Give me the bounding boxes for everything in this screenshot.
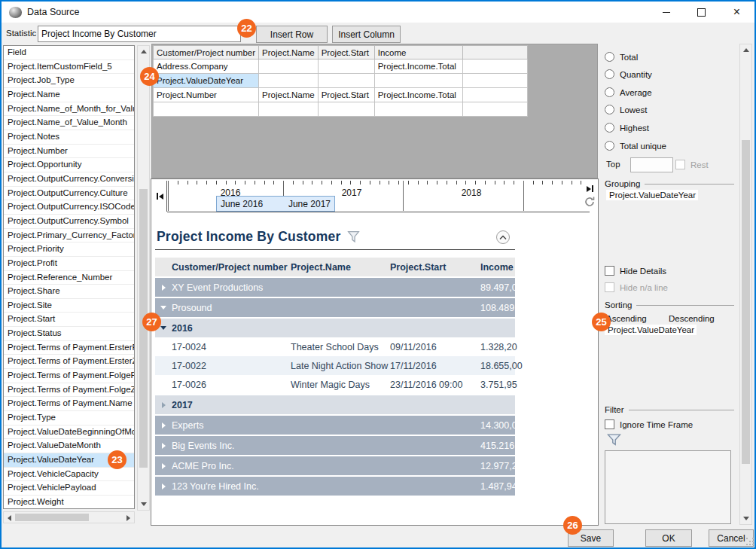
timeline-start-button[interactable] <box>153 181 167 212</box>
field-list-item[interactable]: Project.Reference_Number <box>4 271 134 285</box>
layout-cell[interactable] <box>318 59 374 74</box>
filter-funnel-button[interactable] <box>607 434 621 447</box>
field-list-item[interactable]: Project.Terms of Payment.Name <box>4 397 134 411</box>
ignore-time-frame-checkbox[interactable] <box>605 419 614 429</box>
layout-cell[interactable] <box>462 102 527 117</box>
descending-label[interactable]: Descending <box>669 314 715 323</box>
layout-cell[interactable] <box>462 74 527 88</box>
preview-row-company[interactable]: 123 You're Hired Inc.1.487,94 <box>155 477 515 496</box>
layout-cell[interactable]: Project.ValueDateYear <box>154 74 259 88</box>
sorting-item[interactable]: Project.ValueDateYear <box>605 325 697 335</box>
hide-details-checkbox[interactable] <box>605 266 614 276</box>
field-list-item[interactable]: Project.Number <box>4 145 134 159</box>
preview-col-name[interactable]: Project.Name <box>291 262 390 273</box>
close-button[interactable]: × <box>719 2 754 23</box>
field-list-item[interactable]: Project.Notes <box>4 130 134 145</box>
collapse-arrow-icon[interactable] <box>155 306 172 310</box>
refresh-button[interactable] <box>584 197 595 209</box>
expand-arrow-icon[interactable] <box>155 463 172 469</box>
radio-button[interactable] <box>605 52 614 62</box>
ok-button[interactable]: OK <box>645 529 692 547</box>
timeline-range-selector[interactable]: June 2016 June 2017 <box>216 196 335 212</box>
radio-button[interactable] <box>605 69 614 79</box>
expand-arrow-icon[interactable] <box>155 443 172 449</box>
preview-col-start[interactable]: Project.Start <box>390 262 480 273</box>
field-list-item[interactable]: Project.ValueDateBeginningOfMonth <box>4 425 134 440</box>
field-list-item[interactable]: Project.OutputCurrency.Culture <box>4 187 134 201</box>
layout-cell[interactable]: Project.Income.Total <box>374 59 462 74</box>
right-panel-scrollbar[interactable] <box>739 44 752 525</box>
top-input[interactable] <box>630 157 673 172</box>
expand-arrow-icon[interactable] <box>155 402 172 408</box>
field-list-item[interactable]: Project.Name <box>4 88 134 102</box>
filter-funnel-icon[interactable] <box>347 230 360 243</box>
layout-column-header[interactable] <box>462 46 527 59</box>
ascending-label[interactable]: Ascending <box>606 314 669 323</box>
layout-cell[interactable] <box>259 102 319 117</box>
field-list-item[interactable]: Project.Primary_Currency_Factor <box>4 229 134 243</box>
rest-checkbox[interactable] <box>675 160 685 169</box>
preview-row-year[interactable]: 2016 <box>155 319 515 337</box>
radio-button[interactable] <box>605 87 614 97</box>
maximize-button[interactable] <box>684 2 719 23</box>
field-list-horizontal-scrollbar[interactable] <box>3 511 135 523</box>
layout-cell[interactable]: Project.Name <box>259 88 319 102</box>
field-list-item[interactable]: Project.Terms of Payment.ErsterPr <box>4 341 134 355</box>
preview-col-customer[interactable]: Customer/Project number <box>172 262 291 273</box>
scroll-up-icon[interactable] <box>138 46 149 57</box>
insert-column-button[interactable]: Insert Column <box>332 26 401 43</box>
field-list-item[interactable]: Project.Opportunity <box>4 158 134 172</box>
insert-row-button[interactable]: Insert Row <box>256 26 328 43</box>
scrollbar-thumb[interactable] <box>742 140 750 464</box>
scrollbar-thumb[interactable] <box>15 514 89 521</box>
field-list-item[interactable]: Project.Type <box>4 411 134 425</box>
statistic-input[interactable] <box>38 26 241 42</box>
layout-column-header[interactable]: Project.Name <box>259 46 319 59</box>
preview-row-company[interactable]: ACME Pro Inc.12.977,20 <box>155 456 515 475</box>
scroll-right-icon[interactable] <box>123 512 134 523</box>
resize-grip[interactable] <box>746 538 755 547</box>
field-list-item[interactable]: Project.Priority <box>4 242 134 257</box>
field-list-item[interactable]: Project.ItemCustomField_5 <box>4 60 134 75</box>
filter-list-box[interactable] <box>605 450 731 524</box>
layout-cell[interactable] <box>154 102 259 117</box>
layout-cell[interactable]: Address.Company <box>154 59 259 74</box>
expand-arrow-icon[interactable] <box>155 483 172 490</box>
field-list-item[interactable]: Project.Job_Type <box>4 74 134 88</box>
field-list-item[interactable]: Project.Terms of Payment.FolgePr <box>4 369 134 383</box>
preview-row-detail[interactable]: 17-0026Winter Magic Days23/11/2016 09:00… <box>155 375 515 394</box>
layout-column-header[interactable]: Project.Start <box>318 46 374 59</box>
scroll-down-icon[interactable] <box>740 513 751 524</box>
layout-cell[interactable]: Project.Start <box>318 88 374 102</box>
preview-row-company[interactable]: XY Event Productions89.497,00 <box>155 278 515 297</box>
layout-cell[interactable] <box>462 59 527 74</box>
layout-cell[interactable] <box>374 74 462 88</box>
preview-row-year[interactable]: 2017 <box>155 395 515 414</box>
field-list-item[interactable]: Project.Name_of_Month_for_Value <box>4 102 134 117</box>
radio-button[interactable] <box>605 141 614 151</box>
radio-button[interactable] <box>605 105 614 114</box>
expand-arrow-icon[interactable] <box>155 422 172 429</box>
layout-cell[interactable] <box>259 74 319 88</box>
preview-row-company[interactable]: Experts14.300,00 <box>155 416 515 435</box>
layout-cell[interactable] <box>318 102 374 117</box>
field-list-item[interactable]: Project.Status <box>4 327 134 341</box>
layout-cell[interactable] <box>462 88 527 102</box>
field-list-item[interactable]: Project.OutputCurrency.Symbol <box>4 215 134 229</box>
layout-cell[interactable] <box>374 102 462 117</box>
layout-column-header[interactable]: Income <box>374 46 462 59</box>
collapse-preview-button[interactable] <box>496 230 510 244</box>
field-list-item[interactable]: Project.Start <box>4 313 134 327</box>
field-list-item[interactable]: Project.Terms of Payment.FolgeZe <box>4 383 134 398</box>
layout-cell[interactable] <box>259 59 319 74</box>
radio-button[interactable] <box>605 123 614 133</box>
layout-cell[interactable]: Project.Number <box>154 88 259 102</box>
expand-arrow-icon[interactable] <box>155 285 172 291</box>
field-list-item[interactable]: Project.VehiclePayload <box>4 481 134 496</box>
scroll-up-icon[interactable] <box>740 44 751 56</box>
field-list-item[interactable]: Project.Name_of_Value_Month <box>4 116 134 130</box>
preview-col-income[interactable]: Income <box>480 262 517 273</box>
field-list-item[interactable]: Project.Terms of Payment.ErsterZe <box>4 355 134 369</box>
scroll-left-icon[interactable] <box>4 512 15 523</box>
layout-cell[interactable] <box>318 74 374 88</box>
